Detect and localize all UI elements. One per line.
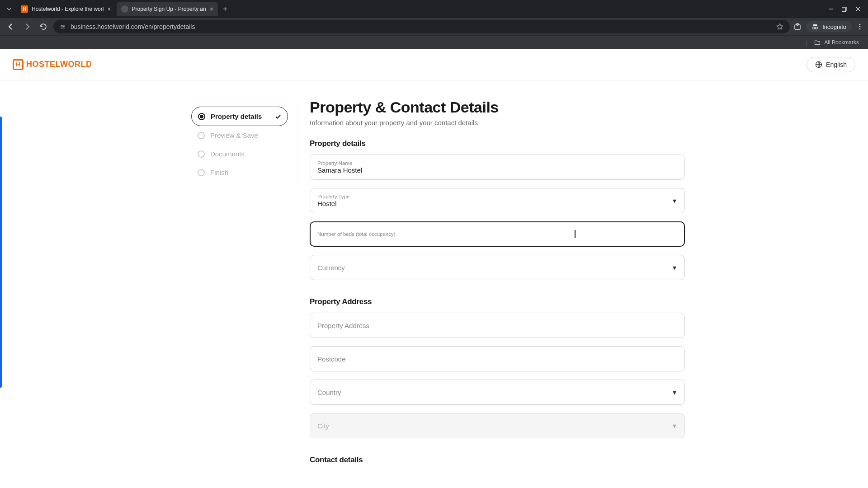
text-cursor-icon [575,230,576,238]
city-select[interactable]: City ▾ [310,413,685,438]
maximize-icon [842,6,847,12]
step-label: Preview & Save [210,131,282,139]
field-label: Property Type [317,194,677,199]
puzzle-icon [793,23,802,31]
svg-point-7 [813,27,815,29]
step-label: Finish [210,169,282,176]
globe-icon [815,61,822,68]
radio-icon [198,113,205,120]
reload-button[interactable] [37,20,50,33]
all-bookmarks-button[interactable]: All Bookmarks [824,39,859,46]
field-value: Samara Hostel [317,166,677,174]
back-button[interactable] [5,20,17,33]
step-preview-save[interactable]: Preview & Save [191,126,288,145]
logo-mark-icon: H [13,59,24,70]
chevron-down-icon [6,6,12,12]
chevron-down-icon: ▾ [673,388,676,397]
brand-logo[interactable]: H HOSTELWORLD [13,59,92,70]
field-value: Hostel [317,200,677,207]
page-subtitle: Information about your property and your… [310,119,685,127]
page-accent-edge [0,117,2,388]
site-info-icon[interactable] [60,23,66,30]
tune-icon [60,23,66,30]
address-bar[interactable]: business.hostelworld.com/en/propertydeta… [53,20,790,33]
svg-point-11 [859,28,861,30]
field-placeholder: Country [317,389,677,396]
tab-close-button[interactable]: × [210,5,213,13]
section-property-address-title: Property Address [310,297,685,306]
bookmarks-bar: | All Bookmarks [0,35,868,49]
currency-select[interactable]: Currency ▾ [310,255,685,280]
url-text: business.hostelworld.com/en/propertydeta… [71,23,772,30]
minimize-button[interactable] [828,6,834,12]
page-content: H HOSTELWORLD English Property details P… [0,49,868,488]
svg-point-9 [859,24,861,25]
page-title: Property & Contact Details [310,99,685,116]
brand-name: HOSTELWORLD [26,60,92,69]
tab-title: Hostelworld - Explore the worl [32,6,104,12]
number-of-beds-field[interactable]: Number of beds (total occupancy) [310,221,685,247]
svg-point-10 [859,26,861,28]
property-address-field[interactable]: Property Address [310,313,685,338]
step-documents[interactable]: Documents [191,145,288,163]
step-finish[interactable]: Finish [191,163,288,182]
section-contact-details-title: Contact details [310,455,685,465]
incognito-label: Incognito [822,23,846,30]
star-icon [776,23,783,30]
step-label: Documents [210,150,282,158]
country-select[interactable]: Country ▾ [310,380,685,405]
property-name-field[interactable]: Property Name Samara Hostel [310,155,685,180]
favicon-icon: H [21,5,28,13]
window-controls [828,6,864,12]
favicon-icon [121,5,128,13]
folder-icon [814,39,821,46]
language-selector[interactable]: English [807,57,855,72]
kebab-icon [856,23,863,30]
postcode-field[interactable]: Postcode [310,346,685,371]
field-placeholder: Postcode [317,355,677,363]
chevron-down-icon: ▾ [673,197,676,205]
maximize-button[interactable] [842,6,847,12]
svg-point-3 [63,26,64,27]
browser-menu-button[interactable] [856,23,863,30]
chevron-down-icon: ▾ [673,263,676,272]
property-type-select[interactable]: Property Type Hostel ▾ [310,188,685,213]
arrow-right-icon [23,23,31,31]
divider: | [806,39,807,46]
svg-point-4 [61,28,62,28]
close-window-button[interactable] [855,6,861,12]
step-property-details[interactable]: Property details [191,107,288,126]
radio-icon [198,169,205,176]
field-placeholder: Currency [317,264,677,272]
tab-title: Property Sign Up - Property an [132,6,206,12]
browser-tab-active[interactable]: Property Sign Up - Property an × [117,2,218,16]
browser-tab[interactable]: H Hostelworld - Explore the worl × [16,2,116,16]
reload-icon [39,23,47,31]
section-property-details-title: Property details [310,139,685,148]
svg-rect-1 [842,8,846,12]
forward-button[interactable] [21,20,33,33]
radio-icon [198,150,205,158]
language-label: English [826,61,847,68]
bookmark-star-button[interactable] [776,23,783,30]
browser-tab-strip: H Hostelworld - Explore the worl × Prope… [0,0,868,18]
incognito-icon [811,23,819,30]
tab-close-button[interactable]: × [107,5,111,13]
radio-icon [198,132,205,139]
extensions-button[interactable] [793,23,802,31]
svg-point-2 [61,25,62,26]
check-icon [275,113,281,120]
svg-rect-6 [797,23,798,25]
new-tab-button[interactable]: + [219,3,231,15]
field-label: Number of beds (total occupancy) [317,231,677,237]
step-label: Property details [211,113,269,120]
tab-search-button[interactable] [4,4,14,14]
browser-toolbar: business.hostelworld.com/en/propertydeta… [0,18,868,35]
arrow-left-icon [7,23,15,31]
svg-point-8 [816,27,818,29]
field-placeholder: City [317,422,677,430]
progress-stepper: Property details Preview & Save Document… [183,99,296,190]
field-placeholder: Property Address [317,322,677,329]
close-icon [855,6,861,12]
incognito-indicator[interactable]: Incognito [806,21,852,32]
